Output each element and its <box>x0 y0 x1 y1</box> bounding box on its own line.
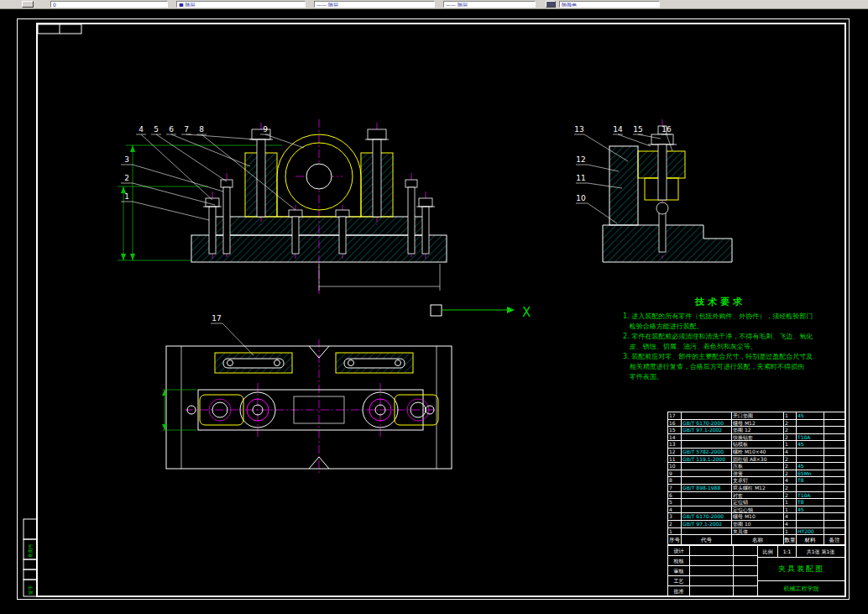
bom-cell <box>682 434 732 441</box>
bom-cell <box>797 427 824 433</box>
parts-list: 17开口垫圈14516GB/T 6170-2000螺母 M12215GB/T 9… <box>667 412 845 545</box>
bom-cell <box>682 463 732 470</box>
bom-cell: 夹具体 <box>732 528 784 535</box>
bom-header-cell: 数量 <box>784 535 797 545</box>
bottom-dimension <box>319 264 440 291</box>
bom-cell: 3 <box>668 513 682 520</box>
callout: 2 <box>124 174 129 182</box>
bom-row: 16GB/T 6170-2000螺母 M122 <box>668 420 844 428</box>
bom-cell: 2 <box>784 485 797 491</box>
bom-cell <box>824 477 844 484</box>
bom-row: 8支承钉4T8 <box>668 477 844 485</box>
callout: 12 <box>576 155 585 164</box>
sign-label: 工艺 <box>668 576 690 585</box>
callout: 13 <box>574 125 583 134</box>
bom-cell: 垫圈 10 <box>732 521 784 527</box>
bom-row: 6衬套2T10A <box>668 492 844 500</box>
bom-cell: 1 <box>784 506 797 513</box>
drawing-title: 夹具装配图 <box>758 558 844 581</box>
bom-cell: T8 <box>797 499 824 506</box>
callout: 15 <box>633 125 642 134</box>
sheet-count: 共1张 第1张 <box>797 546 844 557</box>
bom-cell: 4 <box>668 506 682 513</box>
callout: 10 <box>576 194 586 202</box>
bom-cell: 定位销 <box>732 499 784 506</box>
bom-header-cell: 备注 <box>824 535 844 545</box>
bom-header-cell: 代号 <box>682 535 732 545</box>
cad-window: 0 ■ 随层 —— 随层 —— 随层 随颜色 底图号 签字 <box>0 0 868 614</box>
bom-cell: GB/T 5782-2000 <box>682 449 732 455</box>
bom-row: 14快换钻套2T10A <box>668 434 844 442</box>
bom-cell <box>824 470 844 477</box>
bom-cell: 45 <box>797 441 824 448</box>
bom-cell: 1 <box>784 499 797 506</box>
plotstyle-combo[interactable]: 随颜色 <box>559 1 660 8</box>
bom-cell: GB/T 119.1-2000 <box>682 456 732 463</box>
bom-cell: 8 <box>668 477 682 484</box>
bom-cell: 16 <box>668 420 682 427</box>
bom-cell: 5 <box>668 499 682 506</box>
bom-cell <box>824 485 844 491</box>
bom-cell <box>682 528 732 535</box>
callout: 11 <box>576 174 585 182</box>
bom-cell: 支承钉 <box>732 477 784 484</box>
callout: 1 <box>124 192 129 201</box>
bom-cell <box>797 420 824 427</box>
bom-cell: T10A <box>797 492 824 499</box>
bom-header-cell: 序号 <box>668 535 682 545</box>
bom-cell <box>824 521 844 527</box>
scale-label: 比例 <box>758 546 778 557</box>
color-combo[interactable]: ■ 随层 <box>176 1 306 8</box>
bom-cell: 2 <box>784 434 797 441</box>
sign-label: 校核 <box>668 556 690 565</box>
bom-cell: GB/T 97.1-2002 <box>682 427 732 433</box>
tech-line: 1. 进入装配的所有零件（包括外购件、外协件），须经检验部门 <box>623 312 818 322</box>
bom-cell: 2 <box>784 420 797 427</box>
lineweight-combo[interactable]: —— 随层 <box>443 1 536 8</box>
bom-cell: 2 <box>668 521 682 527</box>
bom-cell: 2 <box>784 463 797 470</box>
tech-line: 零件表面。 <box>623 372 818 382</box>
bom-cell: 4 <box>784 521 797 527</box>
bom-cell <box>824 420 844 427</box>
bom-cell: 6 <box>668 492 682 499</box>
front-view: 1 2 3 4 5 6 7 8 9 <box>118 119 447 294</box>
callout: 14 <box>613 125 623 134</box>
bom-cell <box>824 427 844 433</box>
callout: 4 <box>139 125 144 134</box>
linetype-combo[interactable]: —— 随层 <box>314 1 435 8</box>
bom-cell: 钻模板 <box>732 441 784 448</box>
bom-cell: 45 <box>797 506 824 513</box>
bom-cell <box>824 499 844 506</box>
bom-cell <box>682 492 732 499</box>
bom-cell: HT200 <box>797 528 824 535</box>
bom-cell <box>824 513 844 520</box>
bom-row: 10压板245 <box>668 463 844 470</box>
sign-label: 审核 <box>668 566 690 575</box>
bom-cell: 开口垫圈 <box>732 412 784 419</box>
bom-cell <box>824 412 844 419</box>
bom-cell: T8 <box>797 477 824 484</box>
layer-combo[interactable]: 0 <box>50 1 168 8</box>
bom-cell: 17 <box>668 412 682 419</box>
bom-cell: 7 <box>668 485 682 491</box>
bom-header: 序号 代号 名称 数量 材料 备注 <box>668 535 844 545</box>
callout: 6 <box>169 125 174 134</box>
bom-cell: 15 <box>668 427 682 433</box>
tech-line: 2. 零件在装配前必须清理和清洗干净，不得有毛刺、飞边、氧化 <box>623 332 818 342</box>
bom-cell: 垫圈 12 <box>732 427 784 433</box>
tech-line: 皮、锈蚀、切屑、油污、着色剂和灰尘等。 <box>623 342 818 352</box>
bom-cell <box>797 456 824 463</box>
sign-label: 设计 <box>668 546 690 555</box>
bom-cell: 10 <box>668 463 682 470</box>
bom-row: 5定位销1T8 <box>668 499 844 506</box>
toolbar-plotstyle-button[interactable] <box>546 1 556 8</box>
plan-view: 17 <box>162 314 452 475</box>
bom-cell: 65Mn <box>797 470 824 477</box>
bom-cell: GB/T 6170-2000 <box>682 513 732 520</box>
toolbar-layers-button[interactable] <box>22 1 34 8</box>
margin-label: 底图号 <box>28 543 34 558</box>
bom-cell: GB/T 97.1-2002 <box>682 521 732 527</box>
bom-cell: 9 <box>668 470 682 477</box>
bom-cell: 螺栓 M10×40 <box>732 449 784 455</box>
